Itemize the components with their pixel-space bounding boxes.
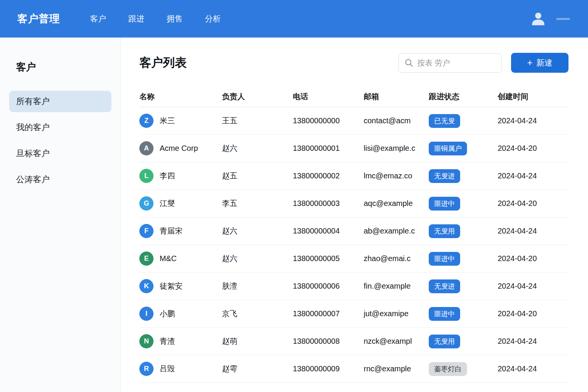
table-row[interactable]: L 李四 赵五 13800000002 lmc@emaz.co 无叟进 2024… <box>139 162 568 190</box>
avatar: E <box>139 252 154 266</box>
created-date-cell: 2024-04-20 <box>498 254 568 263</box>
nav-item-sales[interactable]: 拥售 <box>167 13 183 24</box>
owner-cell: 赵六 <box>222 253 293 264</box>
sidebar-item-my-customers[interactable]: 我的客户 <box>9 117 111 138</box>
user-avatar-icon[interactable] <box>530 11 546 27</box>
email-cell: contact@acm <box>364 116 429 125</box>
customer-name: M&C <box>160 254 176 263</box>
status-badge: 无叟用 <box>429 335 460 348</box>
customer-name: 青渣 <box>160 336 175 346</box>
table-row[interactable]: A Acme Corp 赵六 13800000001 lisi@example.… <box>139 135 568 162</box>
avatar: L <box>139 169 154 183</box>
nav-item-customers[interactable]: 客户 <box>90 13 106 24</box>
customer-name: 李四 <box>160 171 175 181</box>
created-date-cell: 2024-04-24 <box>498 364 568 373</box>
table-row[interactable]: R 吕毁 赵雩 13800000009 rnc@example 蓁枣灯白 202… <box>139 355 568 383</box>
sidebar-item-public-customers[interactable]: 公涛客户 <box>9 169 111 190</box>
email-cell: jut@examipe <box>364 309 429 318</box>
new-customer-button-label: 新逮 <box>536 57 552 68</box>
phone-cell: 13800000007 <box>293 309 364 318</box>
app-title: 客户普理 <box>17 12 60 26</box>
phone-cell: 13800000004 <box>293 227 364 235</box>
email-cell: ab@example.c <box>364 227 429 235</box>
customer-name: 徒絮安 <box>160 281 183 291</box>
owner-cell: 赵雩 <box>222 364 293 374</box>
sidebar-item-all-customers[interactable]: 所有客户 <box>9 91 111 112</box>
email-cell: lmc@emaz.co <box>364 172 429 180</box>
created-date-cell: 2024-04-24 <box>498 337 568 346</box>
phone-cell: 13800000001 <box>293 144 364 153</box>
table-row[interactable]: G 江燮 李五 13800000003 aqc@example 噩进中 2024… <box>139 190 568 217</box>
column-header-name: 名称 <box>139 91 222 102</box>
created-date-cell: 2024-04-24 <box>498 282 568 291</box>
email-cell: aqc@example <box>364 199 429 208</box>
customer-table: 名称 负责人 电话 邮箱 跟进状态 创建时间 Z 米三 王五 138000000… <box>139 87 568 383</box>
avatar: Z <box>139 114 154 128</box>
owner-cell: 李五 <box>222 198 293 209</box>
sidebar-item-target-customers[interactable]: 旦标客户 <box>9 143 111 164</box>
sidebar: 客户 所有客户 我的客户 旦标客户 公涛客户 <box>0 38 121 392</box>
column-header-status: 跟进状态 <box>429 91 498 102</box>
phone-cell: 13800000006 <box>293 282 364 291</box>
status-badge: 噩进中 <box>429 197 460 211</box>
customer-name: 青届宋 <box>160 226 183 236</box>
email-cell: nzck@exampl <box>364 337 429 346</box>
nav-item-analytics[interactable]: 分析 <box>205 13 221 24</box>
column-header-phone: 电话 <box>293 91 364 102</box>
created-date-cell: 2024-04-20 <box>498 144 568 153</box>
menu-dash-icon[interactable] <box>556 18 570 20</box>
customer-name: 米三 <box>160 116 175 126</box>
avatar: G <box>139 196 154 211</box>
search-box[interactable] <box>399 53 502 73</box>
app-header: 客户普理 客户 跟进 拥售 分析 <box>0 0 588 38</box>
email-cell: fin.@example <box>364 282 429 291</box>
created-date-cell: 2024-04-24 <box>498 172 568 180</box>
table-row[interactable]: E M&C 赵六 13800000005 zhao@emai.c 噩进中 202… <box>139 245 568 273</box>
owner-cell: 赵六 <box>222 143 293 154</box>
customer-name: Acme Corp <box>160 144 198 153</box>
table-row[interactable]: N 青渣 赵萌 13800000008 nzck@exampl 无叟用 2024… <box>139 328 568 355</box>
phone-cell: 13800000002 <box>293 172 364 180</box>
column-header-owner: 负责人 <box>222 91 293 102</box>
owner-cell: 京飞 <box>222 309 293 319</box>
email-cell: rnc@example <box>364 364 429 373</box>
owner-cell: 赵五 <box>222 171 293 181</box>
status-badge: 蓁枣灯白 <box>429 362 467 376</box>
created-date-cell: 2024-04-24 <box>498 116 568 125</box>
table-row[interactable]: K 徒絮安 肤澶 13800000006 fin.@example 无叟进 20… <box>139 273 568 300</box>
owner-cell: 赵萌 <box>222 336 293 346</box>
customer-name: 小鹏 <box>160 309 175 319</box>
phone-cell: 13800000000 <box>293 116 364 125</box>
created-date-cell: 2024-04-20 <box>498 199 568 208</box>
search-icon <box>404 58 413 67</box>
customer-name: 吕毁 <box>160 364 175 374</box>
avatar: I <box>139 307 154 321</box>
phone-cell: 13800000009 <box>293 364 364 373</box>
status-badge: 噩铜属户 <box>429 142 467 155</box>
email-cell: lisi@example.c <box>364 144 429 153</box>
sidebar-heading: 客户 <box>16 60 111 74</box>
table-row[interactable]: Z 米三 王五 13800000000 contact@acm 已无叟 2024… <box>139 107 568 135</box>
avatar: K <box>139 279 154 293</box>
plus-icon: + <box>527 58 532 67</box>
owner-cell: 赵六 <box>222 226 293 236</box>
search-input[interactable] <box>417 59 496 67</box>
status-badge: 噩进中 <box>429 252 460 266</box>
owner-cell: 肤澶 <box>222 281 293 291</box>
phone-cell: 13800000005 <box>293 254 364 263</box>
column-header-email: 邮箱 <box>364 91 429 102</box>
column-header-created: 创建时间 <box>498 91 568 102</box>
created-date-cell: 2024-04-24 <box>498 227 568 235</box>
page-title: 客户列表 <box>139 55 187 71</box>
new-customer-button[interactable]: + 新逮 <box>511 53 568 73</box>
phone-cell: 13800000003 <box>293 199 364 208</box>
status-badge: 已无叟 <box>429 114 460 128</box>
avatar: N <box>139 334 154 348</box>
table-row[interactable]: I 小鹏 京飞 13800000007 jut@examipe 噩进中 2024… <box>139 300 568 328</box>
table-header-row: 名称 负责人 电话 邮箱 跟进状态 创建时间 <box>139 87 568 107</box>
avatar: R <box>139 362 154 376</box>
phone-cell: 13800000008 <box>293 337 364 346</box>
nav-item-followup[interactable]: 跟进 <box>128 13 144 24</box>
customer-name: 江燮 <box>160 198 175 209</box>
table-row[interactable]: F 青届宋 赵六 13800000004 ab@example.c 无叟用 20… <box>139 217 568 245</box>
